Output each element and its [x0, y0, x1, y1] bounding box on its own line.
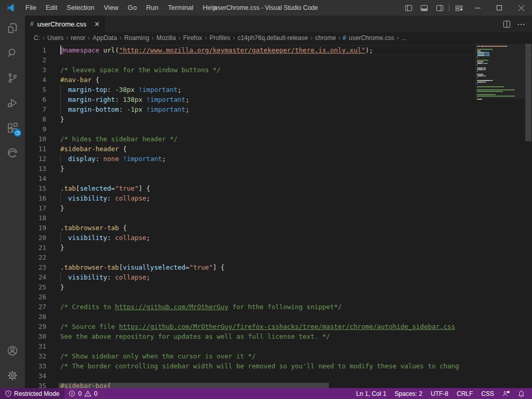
source-control-icon[interactable]	[0, 65, 25, 90]
settings-gear-icon[interactable]	[0, 363, 25, 388]
breadcrumb-segment[interactable]: renor	[70, 34, 86, 42]
vertical-scrollbar-slider[interactable]	[525, 44, 531, 141]
activity-bar	[0, 16, 25, 388]
feedback-icon[interactable]	[498, 388, 514, 399]
breadcrumb-segment[interactable]: Profiles	[209, 34, 231, 42]
menu-file[interactable]: File	[21, 0, 41, 16]
code-line[interactable]: 8}	[25, 114, 532, 124]
code-line[interactable]: 12 display: none !important;	[25, 154, 532, 164]
maximize-button[interactable]	[488, 0, 510, 16]
vertical-scrollbar[interactable]	[525, 44, 532, 388]
breadcrumb-segment[interactable]: AppData	[92, 34, 117, 42]
menu-go[interactable]: Go	[123, 0, 141, 16]
breadcrumb-file[interactable]: userChrome.css	[348, 34, 394, 42]
line-content: .tabbrowser-tab[visuallyselected="true"]…	[57, 262, 532, 272]
toggle-panel-icon[interactable]	[416, 0, 432, 16]
tab-userchrome-css[interactable]: # userChrome.css ✕	[25, 16, 105, 32]
toggle-primary-sidebar-icon[interactable]	[401, 0, 416, 16]
breadcrumb-segment[interactable]: Users	[47, 34, 64, 42]
code-line[interactable]: 14	[25, 174, 532, 183]
code-line[interactable]: 6 margin-right: 138px !important;	[25, 95, 532, 104]
code-line[interactable]: 25}	[25, 282, 532, 292]
code-line[interactable]: 15.tab[selected="true"] {	[25, 183, 532, 193]
tab-close-icon[interactable]: ✕	[94, 21, 100, 28]
menu-view[interactable]: View	[99, 0, 123, 16]
status-item-spaces-2[interactable]: Spaces: 2	[391, 388, 427, 399]
line-content: /* Credits to https://github.com/MrOther…	[57, 302, 532, 312]
code-line[interactable]: 19.tabbrowser-tab {	[25, 223, 532, 233]
code-line[interactable]: 24 visibility: collapse;	[25, 272, 532, 282]
restricted-mode-badge[interactable]: Restricted Mode	[0, 388, 64, 399]
code-line[interactable]: 30See the above repository for updates a…	[25, 331, 532, 341]
code-line[interactable]: 7 margin-bottom: -1px !important;	[25, 104, 532, 114]
code-line[interactable]: 33/* The border controlling sidebar widt…	[25, 361, 532, 371]
minimize-button[interactable]	[467, 0, 488, 16]
code-line[interactable]: 34	[25, 371, 532, 381]
code-line[interactable]: 23.tabbrowser-tab[visuallyselected="true…	[25, 262, 532, 272]
code-line[interactable]: 21}	[25, 243, 532, 252]
explorer-icon[interactable]	[0, 16, 25, 41]
code-line[interactable]: 13}	[25, 164, 532, 174]
breadcrumb-segment[interactable]: Mozilla	[156, 34, 176, 42]
line-content: }	[57, 243, 532, 252]
breadcrumb-segment[interactable]: C:	[33, 34, 41, 42]
breadcrumb-segment[interactable]: chrome	[315, 34, 337, 42]
code-line[interactable]: 5 margin-top: -38px !important;	[25, 85, 532, 95]
code-line[interactable]: 10/* hides the sidebar header */	[25, 134, 532, 144]
extensions-icon[interactable]	[0, 115, 25, 140]
horizontal-scrollbar-slider[interactable]	[59, 383, 329, 388]
code-line[interactable]: 32/* Show sidebar only when the cursor i…	[25, 351, 532, 361]
code-line[interactable]: 3/* leaves space for the window buttons …	[25, 65, 532, 75]
customize-layout-icon[interactable]	[451, 0, 467, 16]
menu-run[interactable]: Run	[141, 0, 163, 16]
code-line[interactable]: 20 visibility: collapse;	[25, 233, 532, 243]
menu-selection[interactable]: Selection	[62, 0, 99, 16]
edge-tools-icon[interactable]	[0, 140, 25, 165]
notifications-bell-icon[interactable]	[514, 388, 529, 399]
code-line[interactable]: 27/* Credits to https://github.com/MrOth…	[25, 302, 532, 312]
close-window-button[interactable]	[510, 0, 532, 16]
menu-edit[interactable]: Edit	[41, 0, 62, 16]
code-line[interactable]: 22	[25, 252, 532, 262]
editor-group: # userChrome.css ✕ ⋯ C:›Users›renor›AppD…	[25, 16, 532, 388]
line-number: 28	[25, 312, 57, 322]
more-actions-icon[interactable]: ⋯	[517, 19, 526, 29]
menu-terminal[interactable]: Terminal	[163, 0, 198, 16]
code-line[interactable]: 18	[25, 213, 532, 223]
line-content: }	[57, 282, 532, 292]
code-line[interactable]: 29/* Source file https://github.com/MrOt…	[25, 322, 532, 331]
code-line[interactable]: 16 visibility: collapse;	[25, 193, 532, 203]
code-editor[interactable]: 1@namespace url("http://www.mozilla.org/…	[25, 44, 532, 388]
code-line[interactable]: 2	[25, 55, 532, 65]
code-line[interactable]: 4#nav-bar {	[25, 75, 532, 85]
breadcrumb-tail[interactable]: ...	[401, 34, 407, 42]
status-item-crlf[interactable]: CRLF	[453, 388, 477, 399]
line-number: 2	[25, 55, 57, 65]
accounts-icon[interactable]	[0, 338, 25, 363]
breadcrumb-segment[interactable]: Firefox	[182, 34, 203, 42]
code-line[interactable]: 26	[25, 292, 532, 302]
titlebar-separator	[449, 4, 449, 11]
run-debug-icon[interactable]	[0, 90, 25, 115]
line-content: /* Show sidebar only when the cursor is …	[57, 351, 532, 361]
code-line[interactable]: 31	[25, 341, 532, 351]
code-line[interactable]: 17}	[25, 203, 532, 213]
breadcrumb-segment[interactable]: c14ph76q.default-release	[237, 34, 308, 42]
toggle-secondary-sidebar-icon[interactable]	[432, 0, 447, 16]
search-icon[interactable]	[0, 41, 25, 65]
minimap[interactable]	[475, 44, 525, 388]
code-line[interactable]: 1@namespace url("http://www.mozilla.org/…	[25, 45, 532, 55]
code-line[interactable]: 11#sidebar-header {	[25, 144, 532, 154]
line-content: .tabbrowser-tab {	[57, 223, 532, 233]
line-content	[57, 341, 532, 351]
status-item-utf-8[interactable]: UTF-8	[427, 388, 453, 399]
split-editor-icon[interactable]	[503, 20, 511, 28]
code-line[interactable]: 28	[25, 312, 532, 322]
code-line[interactable]: 9	[25, 124, 532, 134]
css-file-icon: #	[343, 34, 347, 42]
status-item-ln-1-col-1[interactable]: Ln 1, Col 1	[352, 388, 391, 399]
problems-badge[interactable]: 0 0	[64, 388, 101, 399]
status-item-css[interactable]: CSS	[477, 388, 498, 399]
horizontal-scrollbar[interactable]	[57, 383, 475, 388]
breadcrumb-segment[interactable]: Roaming	[124, 34, 150, 42]
